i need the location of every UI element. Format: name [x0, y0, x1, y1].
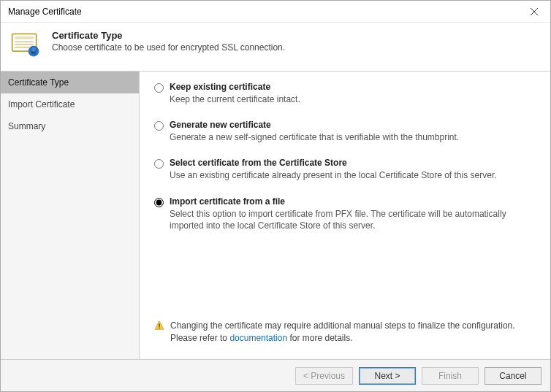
- certificate-options: Keep existing certificate Keep the curre…: [154, 82, 536, 317]
- radio-import-from-file[interactable]: [154, 198, 164, 207]
- step-certificate-type[interactable]: Certificate Type: [1, 72, 139, 93]
- option-select-from-store[interactable]: Select certificate from the Certificate …: [154, 158, 536, 181]
- option-title: Select certificate from the Certificate …: [170, 158, 536, 168]
- finish-button[interactable]: Finish: [422, 367, 479, 385]
- radio-select-from-store[interactable]: [154, 159, 164, 169]
- step-label: Import Certificate: [8, 99, 75, 109]
- radio-keep-existing[interactable]: [154, 83, 164, 93]
- step-import-certificate[interactable]: Import Certificate: [1, 93, 139, 115]
- page-title: Certificate Type: [52, 30, 285, 41]
- previous-button[interactable]: < Previous: [295, 367, 353, 385]
- option-title: Import certificate from a file: [170, 196, 536, 207]
- warning-notice: Changing the certificate may require add…: [154, 317, 536, 353]
- page-subtitle: Choose certificate to be used for encryp…: [52, 42, 285, 53]
- option-description: Generate a new self-signed certificate t…: [170, 131, 536, 143]
- step-label: Certificate Type: [8, 77, 69, 88]
- step-label: Summary: [8, 121, 45, 131]
- svg-rect-3: [15, 36, 34, 39]
- option-description: Select this option to import certificate…: [170, 208, 536, 231]
- option-description: Keep the current certificate intact.: [170, 93, 536, 105]
- documentation-link[interactable]: documentation: [229, 333, 287, 343]
- cancel-button[interactable]: Cancel: [484, 367, 542, 385]
- wizard-content: Keep existing certificate Keep the curre…: [140, 72, 550, 359]
- step-summary[interactable]: Summary: [1, 115, 139, 137]
- option-description: Use an existing certificate already pres…: [170, 169, 536, 181]
- svg-rect-10: [159, 328, 159, 328]
- wizard-body: Certificate Type Import Certificate Summ…: [1, 71, 550, 359]
- wizard-steps-sidebar: Certificate Type Import Certificate Summ…: [1, 72, 140, 359]
- close-button[interactable]: [518, 1, 550, 23]
- next-button[interactable]: Next >: [359, 367, 416, 385]
- option-title: Generate new certificate: [170, 120, 536, 130]
- radio-generate-new[interactable]: [154, 121, 164, 131]
- notice-text: for more details.: [287, 333, 352, 343]
- wizard-header: Certificate Type Choose certificate to b…: [1, 23, 550, 71]
- option-keep-existing[interactable]: Keep existing certificate Keep the curre…: [154, 82, 536, 105]
- title-bar: Manage Certificate: [1, 1, 550, 23]
- close-icon: [531, 8, 538, 15]
- svg-rect-9: [159, 324, 159, 327]
- option-title: Keep existing certificate: [170, 82, 536, 92]
- svg-point-8: [31, 47, 37, 53]
- warning-text: Changing the certificate may require add…: [170, 320, 536, 345]
- certificate-icon: [10, 28, 42, 61]
- warning-icon: [154, 320, 164, 334]
- option-import-from-file[interactable]: Import certificate from a file Select th…: [154, 196, 536, 231]
- wizard-footer: < Previous Next > Finish Cancel: [1, 359, 550, 391]
- option-generate-new[interactable]: Generate new certificate Generate a new …: [154, 120, 536, 143]
- window-title: Manage Certificate: [8, 7, 82, 17]
